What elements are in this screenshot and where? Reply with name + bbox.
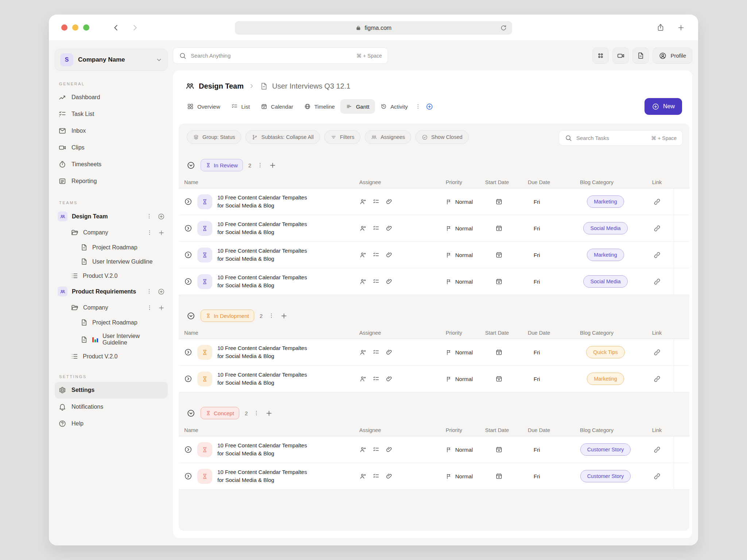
attachment-icon[interactable] [386,225,393,232]
set-start-date-icon[interactable] [495,446,503,453]
address-bar[interactable]: figma.com [235,21,512,35]
due-date-value[interactable]: Fri [520,473,571,479]
kebab-icon[interactable] [146,288,152,295]
sidebar-doc-project-roadmap-1[interactable]: Project Roadmap [55,240,168,254]
set-start-date-icon[interactable] [495,225,503,232]
attachment-icon[interactable] [386,349,393,356]
sidebar-item-inbox[interactable]: Inbox [55,122,168,139]
kebab-icon[interactable] [257,162,263,168]
subtasks-icon[interactable] [372,225,380,232]
record-clip-button[interactable] [612,47,629,64]
attachment-icon[interactable] [386,472,393,480]
sidebar-list-product-v20-2[interactable]: Product V.2.0 [55,349,168,363]
sidebar-doc-project-roadmap-2[interactable]: Project Roadmap [55,315,168,330]
sidebar-doc-user-interview-guideline[interactable]: User Interview Guideline [55,330,168,349]
task-row[interactable]: 10 Free Content Calendar Tempaltesfor So… [179,215,689,242]
show-closed-chip[interactable]: Show Closed [415,130,468,144]
add-assignee-icon[interactable] [359,472,367,480]
sidebar-item-settings[interactable]: Settings [55,382,168,398]
add-assignee-icon[interactable] [359,251,367,258]
close-window-button[interactable] [61,24,67,31]
due-date-value[interactable]: Fri [520,447,571,453]
link-icon[interactable] [653,278,661,285]
add-assignee-icon[interactable] [359,225,367,232]
category-pill[interactable]: Marketing [587,249,624,261]
task-row[interactable]: 10 Free Content Calendar Tempaltesfor So… [179,242,689,268]
due-date-value[interactable]: Fri [520,252,571,258]
add-assignee-icon[interactable] [359,349,367,356]
sidebar-item-help[interactable]: Help [55,415,168,432]
breadcrumb-team[interactable]: Design Team [185,81,244,91]
due-date-value[interactable]: Fri [520,199,571,205]
category-pill[interactable]: Quick Tips [586,346,625,358]
browser-back-button[interactable] [112,24,120,32]
new-button[interactable]: New [645,98,682,115]
link-icon[interactable] [653,251,661,259]
collapse-group-icon[interactable] [187,409,195,417]
add-view-icon[interactable] [426,103,433,110]
task-row[interactable]: 10 Free Content Calendar Tempaltesfor So… [179,366,689,392]
tab-timeline[interactable]: Timeline [299,99,340,114]
browser-forward-button[interactable] [131,24,139,32]
assignees-chip[interactable]: Assignees [365,130,411,144]
add-task-icon[interactable] [280,312,288,320]
sidebar-item-notifications[interactable]: Notifications [55,398,168,415]
set-start-date-icon[interactable] [495,198,503,205]
due-date-value[interactable]: Fri [520,225,571,232]
category-pill[interactable]: Customer Story [580,443,631,456]
group-by-chip[interactable]: Group: Status [187,130,241,144]
tab-calendar[interactable]: Calendar [255,99,299,114]
due-date-value[interactable]: Fri [520,279,571,285]
category-pill[interactable]: Marketing [587,195,624,208]
expand-row-icon[interactable] [184,277,192,285]
set-start-date-icon[interactable] [495,349,503,356]
category-pill[interactable]: Marketing [587,373,624,385]
expand-row-icon[interactable] [184,375,192,383]
add-assignee-icon[interactable] [359,278,367,285]
breadcrumb-page[interactable]: User Interviews Q3 12.1 [260,82,351,90]
minimize-window-button[interactable] [72,24,78,31]
task-row[interactable]: 10 Free Content Calendar Tempaltesfor So… [179,339,689,366]
sidebar-folder-company-2[interactable]: Company [55,300,168,315]
add-assignee-icon[interactable] [359,198,367,205]
add-task-icon[interactable] [265,409,273,417]
tab-activity[interactable]: Activity [375,99,414,114]
sidebar-folder-company-1[interactable]: Company [55,225,168,240]
tab-overview[interactable]: Overview [182,99,226,114]
group-status-badge[interactable]: In Review [201,159,243,171]
profile-button[interactable]: Profile [653,47,692,64]
link-icon[interactable] [653,375,661,383]
docs-button[interactable] [632,47,649,64]
attachment-icon[interactable] [386,251,393,258]
sidebar-item-clips[interactable]: Clips [55,139,168,156]
sidebar-item-timesheets[interactable]: Timesheets [55,156,168,173]
sidebar-item-dashboard[interactable]: Dashboard [55,89,168,106]
task-search-input[interactable]: Search Tasks ⌘ + Space [559,130,683,146]
due-date-value[interactable]: Fri [520,349,571,355]
kebab-icon[interactable] [253,410,260,416]
add-assignee-icon[interactable] [359,375,367,382]
link-icon[interactable] [653,446,661,454]
sidebar-item-task-list[interactable]: Task List [55,106,168,122]
reload-icon[interactable] [500,24,507,31]
set-start-date-icon[interactable] [495,375,503,382]
sidebar-list-product-v20-1[interactable]: Product V.2.0 [55,269,168,283]
due-date-value[interactable]: Fri [520,376,571,382]
category-pill[interactable]: Social Media [583,275,627,288]
filters-chip[interactable]: Filters [324,130,360,144]
attachment-icon[interactable] [386,446,393,453]
expand-row-icon[interactable] [184,224,192,232]
kebab-icon[interactable] [415,103,421,110]
global-search-input[interactable]: Search Anything ⌘ + Space [173,47,388,64]
add-circle-icon[interactable] [158,288,165,295]
add-task-icon[interactable] [269,162,276,169]
expand-row-icon[interactable] [184,446,192,454]
tab-list[interactable]: List [226,99,255,114]
attachment-icon[interactable] [386,198,393,205]
category-pill[interactable]: Social Media [583,222,627,234]
kebab-icon[interactable] [146,304,153,311]
workspace-switcher[interactable]: S Company Name [55,49,168,71]
subtasks-icon[interactable] [372,375,380,382]
subtasks-icon[interactable] [372,251,380,258]
tab-gantt[interactable]: Gantt [340,99,375,114]
